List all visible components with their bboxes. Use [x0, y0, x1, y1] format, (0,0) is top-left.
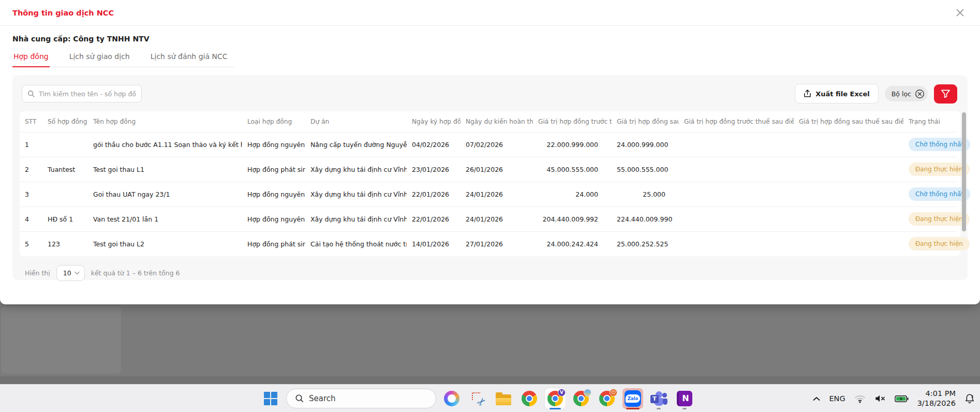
cell-stt: 5 [20, 231, 42, 256]
col-header-gia_truoc_thue_dc: Giá trị hợp đồng trước thuế sau điều chỉ… [679, 111, 794, 132]
filter-chip[interactable]: Bộ lọc [885, 86, 928, 101]
cell-trang_thai: Đang thực hiện [903, 231, 957, 256]
cell-ten_hop_dong: Test goi thau L2 [88, 231, 242, 256]
contracts-panel: Xuất file Excel Bộ lọc STTSố hợp đồngTên… [12, 75, 968, 280]
close-icon[interactable] [953, 6, 967, 20]
ncc-transaction-modal: Thông tin giao dịch NCC Nhà cung cấp: Cô… [0, 0, 980, 304]
cell-gia_sau_thue_dc [794, 231, 903, 256]
export-excel-button[interactable]: Xuất file Excel [795, 84, 878, 104]
cell-trang_thai: Đang thực hiện [903, 157, 957, 182]
cell-gia_sau_thue: 24.000.999.000 [612, 132, 679, 157]
table-row[interactable]: 2TuantestTest goi thau L1Hợp đồng phát s… [20, 157, 957, 182]
col-header-so_hop_dong: Số hợp đồng [42, 111, 88, 132]
svg-text:z: z [971, 394, 973, 399]
cell-ngay_du_kien: 24/01/2026 [461, 207, 533, 231]
cell-gia_sau_thue_dc [794, 132, 903, 157]
battery-charging-icon[interactable] [895, 395, 909, 403]
wifi-icon[interactable] [854, 394, 866, 403]
cell-trang_thai: Đang thực hiện [903, 207, 957, 231]
cell-gia_truoc_thue_dc [679, 132, 794, 157]
col-header-stt: STT [20, 111, 42, 132]
table-row[interactable]: 5123Test goi thau L2Hợp đồng phát sinhCả… [20, 231, 957, 256]
windows-start-icon[interactable] [260, 388, 281, 409]
background-sidebar [1, 306, 121, 374]
windows-logo [264, 392, 277, 405]
cell-so_hop_dong: Tuantest [42, 157, 88, 182]
chrome-profile-avatar-icon[interactable]: ☺ [597, 388, 617, 409]
cell-trang_thai: Chờ thống nhất [903, 132, 957, 157]
cell-stt: 3 [20, 182, 42, 207]
teams-icon[interactable]: T [648, 388, 669, 409]
clock-time: 4:01 PM [917, 389, 956, 399]
chrome-profile-v-icon[interactable]: V [545, 388, 566, 409]
cell-loai_hop_dong: Hợp đồng nguyên tắc [242, 182, 305, 207]
table-scrollbar-thumb[interactable] [962, 112, 966, 231]
system-tray: ENG [813, 385, 975, 412]
zalo-icon[interactable]: Zalo [622, 388, 643, 409]
cell-ngay_ky: 23/01/2026 [407, 157, 461, 182]
page-size-value: 10 [63, 269, 71, 277]
tab-1[interactable]: Lịch sử giao dịch [68, 48, 131, 67]
export-icon [804, 90, 811, 98]
contracts-table-wrap: STTSố hợp đồngTên hợp đồngLoại hợp đồngD… [20, 111, 960, 256]
modal-header: Thông tin giao dịch NCC [0, 0, 980, 26]
col-header-ten_hop_dong: Tên hợp đồng [88, 111, 242, 132]
col-header-ngay_du_kien: Ngày dự kiến hoàn thành [461, 111, 533, 132]
toolbar-right: Xuất file Excel Bộ lọc [795, 84, 957, 104]
cell-ngay_du_kien: 26/01/2026 [461, 157, 533, 182]
col-header-loai_hop_dong: Loại hợp đồng [242, 111, 305, 132]
volume-muted-icon[interactable] [874, 394, 886, 403]
cell-gia_truoc_thue_dc [679, 231, 794, 256]
col-header-gia_truoc_thue: Giá trị hợp đồng trước thuế [533, 111, 612, 132]
search-icon [27, 90, 35, 97]
active-indicator [550, 408, 561, 409]
search-icon [295, 394, 304, 403]
filter-button[interactable] [934, 84, 957, 104]
cell-ten_hop_dong: Goi thau UAT ngay 23/1 [88, 182, 242, 207]
col-header-trang_thai: Trạng thái [903, 111, 957, 132]
search-input[interactable] [39, 90, 136, 98]
language-indicator[interactable]: ENG [829, 394, 845, 403]
taskbar-apps: Search ✂ V ☺ Zalo [260, 388, 695, 409]
supplier-label: Nhà cung cấp: Công ty TNHH NTV [12, 35, 968, 43]
table-row[interactable]: 3Goi thau UAT ngay 23/1Hợp đồng nguyên t… [20, 182, 957, 207]
file-explorer-icon[interactable] [493, 388, 514, 409]
cell-ngay_ky: 14/01/2026 [407, 231, 461, 256]
table-row[interactable]: 4HĐ số 1Van test 21/01 lần 1Hợp đồng ngu… [20, 207, 957, 231]
cell-ngay_ky: 04/02/2026 [407, 132, 461, 157]
cell-loai_hop_dong: Hợp đồng nguyên tắc [242, 132, 305, 157]
pagination: Hiển thị 10 kết quả từ 1 – 6 trên tổng 6 [20, 265, 960, 281]
onenote-icon[interactable]: N [674, 388, 695, 409]
zalo-label: Zalo [626, 394, 641, 403]
col-header-gia_sau_thue: Giá trị hợp đồng sau thuế [612, 111, 679, 132]
copilot-icon[interactable] [441, 388, 462, 409]
contracts-table: STTSố hợp đồngTên hợp đồngLoại hợp đồngD… [20, 111, 957, 256]
cell-du_an: Cải tạo hệ thống thoát nước trung tâm [305, 231, 407, 256]
cell-du_an: Xây dựng khu tái định cư Vĩnh Hưng [305, 157, 407, 182]
cell-gia_sau_thue: 25.000 [612, 182, 679, 207]
page-size-select[interactable]: 10 [56, 265, 85, 281]
page-size-label: Hiển thị [25, 269, 50, 277]
cell-gia_truoc_thue: 24.000.242.424 [533, 231, 612, 256]
tab-2[interactable]: Lịch sử đánh giá NCC [150, 48, 229, 67]
cell-stt: 2 [20, 157, 42, 182]
taskbar-search[interactable]: Search [286, 389, 436, 408]
filter-chip-label: Bộ lọc [892, 90, 911, 98]
clock[interactable]: 4:01 PM 3/18/2026 [917, 389, 956, 408]
cell-gia_truoc_thue_dc [679, 207, 794, 231]
clear-filter-icon[interactable] [915, 89, 925, 99]
result-count-text: kết quả từ 1 – 6 trên tổng 6 [91, 269, 180, 277]
table-row[interactable]: 1gói thầu cho bước A1.11 Soạn thảo và ký… [20, 132, 957, 157]
cell-gia_truoc_thue: 45.000.555.000 [533, 157, 612, 182]
cell-ngay_ky: 22/01/2026 [407, 207, 461, 231]
table-scrollbar [962, 112, 966, 259]
notification-bell-dnd-icon[interactable]: z [964, 393, 975, 404]
chrome-profile-photo-icon[interactable] [571, 388, 591, 409]
snipping-tool-icon[interactable]: ✂ [467, 388, 488, 409]
funnel-icon [941, 90, 950, 98]
tab-0[interactable]: Hợp đồng [12, 48, 50, 67]
tray-chevron-icon[interactable] [813, 396, 820, 401]
running-indicator [682, 408, 687, 409]
chrome-icon[interactable] [519, 388, 540, 409]
search-input-wrap [22, 85, 142, 102]
